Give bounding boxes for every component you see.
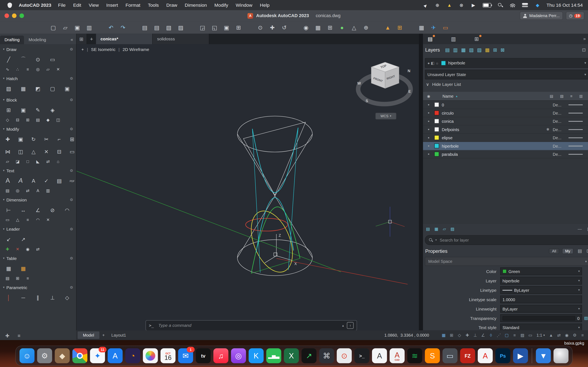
- tool-table[interactable]: ▦: [4, 264, 13, 273]
- layer-search[interactable]: ▾: [425, 235, 588, 245]
- tool-lengthen[interactable]: ▱: [4, 158, 11, 165]
- toolbar-page-setup-icon[interactable]: ▨: [176, 23, 185, 32]
- dock-textedit[interactable]: A: [372, 348, 387, 363]
- prop-value-linetype-scale[interactable]: 1.0000: [500, 295, 582, 303]
- filter-all-button[interactable]: All: [549, 248, 559, 254]
- gear-icon[interactable]: ⚙: [70, 198, 73, 202]
- status-object-snap-tracking-icon[interactable]: ⋰: [495, 331, 503, 339]
- dock-podcasts[interactable]: ◎: [231, 348, 246, 363]
- tool-spline[interactable]: ∿: [4, 66, 11, 73]
- tool-dim-ordinate[interactable]: △: [14, 217, 21, 223]
- status-lineweight-display-icon[interactable]: ≡: [511, 331, 519, 339]
- search-filter-chevron[interactable]: ▾: [435, 239, 437, 242]
- layer-state-dropdown[interactable]: Unsaved Layer State ▾: [425, 70, 588, 80]
- dock-filezilla[interactable]: FZ: [460, 348, 475, 363]
- tool-move[interactable]: ✚: [4, 134, 12, 144]
- layer-row-parabula[interactable]: ●parabulaDe...: [423, 150, 588, 158]
- tool-join[interactable]: □: [24, 158, 32, 165]
- layer-off-icon[interactable]: ▨: [477, 47, 482, 53]
- status-polar-tracking-icon[interactable]: ∠: [479, 331, 487, 339]
- model-tab[interactable]: Model: [78, 331, 99, 339]
- new-layout-button[interactable]: +: [99, 333, 108, 337]
- compass-east[interactable]: E: [408, 90, 411, 94]
- open-folder-icon[interactable]: ▱: [443, 226, 446, 231]
- dock-apple-tv[interactable]: tv: [196, 348, 211, 363]
- layer-color-swatch[interactable]: [434, 102, 439, 107]
- status-object-snap-icon[interactable]: ▢: [503, 331, 511, 339]
- tab-drafting[interactable]: Drafting: [0, 35, 24, 44]
- tool-dim-arc[interactable]: ◠: [34, 217, 42, 223]
- header-column-icon-2[interactable]: ≡: [570, 94, 572, 98]
- name-column-header[interactable]: Name: [442, 94, 453, 98]
- chevron-down-icon[interactable]: ▾: [578, 279, 580, 282]
- gear-icon[interactable]: ⚙: [70, 47, 73, 51]
- dock-photoshop[interactable]: Ps: [495, 348, 510, 363]
- tool-dim-baseline[interactable]: ▭: [4, 217, 11, 223]
- status-snap-mode-icon[interactable]: ⊞: [448, 331, 456, 339]
- toolbar-add-icon[interactable]: ⊕: [362, 23, 371, 32]
- tool-constraint-perpendicular[interactable]: ⊥: [48, 293, 57, 303]
- tool-constraint-coincident[interactable]: ◇: [62, 293, 72, 303]
- toolbar-pan-icon[interactable]: ✚: [268, 23, 277, 32]
- columns-icon[interactable]: ▥: [587, 226, 588, 231]
- tool-blend[interactable]: ⇄: [44, 158, 52, 165]
- layer-row-circulo[interactable]: ●circuloDe...: [423, 109, 588, 117]
- layer-on-icon[interactable]: ●: [423, 128, 434, 131]
- panel-anchor-icon[interactable]: ⊡: [586, 248, 588, 254]
- prop-value-transparency[interactable]: 0: [500, 314, 582, 322]
- tool-dim-aligned[interactable]: ↔: [18, 205, 28, 215]
- tool-insert-block[interactable]: ⊞: [4, 105, 13, 115]
- palette-list-icon[interactable]: ≡: [17, 333, 20, 338]
- command-history-expand[interactable]: ▴: [342, 324, 344, 327]
- quick-select-icon[interactable]: ▤: [578, 248, 582, 254]
- menu-format[interactable]: Format: [122, 0, 144, 10]
- layout1-tab[interactable]: Layout1: [108, 333, 130, 337]
- toolbar-share-icon[interactable]: ✈: [429, 23, 438, 32]
- tool-attributes[interactable]: ◈: [48, 105, 57, 115]
- toolbar-save-icon[interactable]: ▣: [73, 23, 82, 32]
- transparency-slider[interactable]: [502, 316, 576, 320]
- menu-tools[interactable]: Tools: [144, 0, 163, 10]
- tool-line[interactable]: ╱: [4, 55, 13, 64]
- layer-unisolate-icon[interactable]: ▦: [461, 47, 466, 53]
- tool-rectangle[interactable]: ▭: [48, 55, 57, 64]
- layer-on-icon[interactable]: ●: [423, 103, 434, 106]
- toolbar-attach-icon[interactable]: ⊞: [234, 23, 243, 32]
- menu-draw[interactable]: Draw: [163, 0, 181, 10]
- toolbar-layer-list-icon[interactable]: ▦: [313, 23, 322, 32]
- model-viewport[interactable]: W S E N TOP FRONT RIGHT: [76, 44, 419, 330]
- status-transparency-toggle-icon[interactable]: ▨: [519, 331, 527, 339]
- layer-color-swatch[interactable]: [434, 110, 439, 115]
- section-header-modify[interactable]: ▾Modify⚙: [0, 125, 76, 133]
- prop-value-lineweight[interactable]: ByLayer▾: [500, 305, 582, 313]
- layer-states-icon[interactable]: ▤: [426, 226, 430, 231]
- tool-dim-break[interactable]: ✕: [44, 217, 52, 223]
- chevron-down-icon[interactable]: ▾: [578, 307, 580, 310]
- status-selection-cycling-icon[interactable]: ▭: [526, 331, 534, 339]
- tool-solid-fill[interactable]: ▣: [62, 84, 72, 94]
- dock-app-library[interactable]: ⌘: [319, 348, 334, 363]
- tool-break[interactable]: ◪: [14, 158, 21, 165]
- toolbar-sheet-set-icon[interactable]: ▦: [417, 23, 426, 32]
- dock-acrobat[interactable]: A: [478, 348, 493, 363]
- tool-text-frame[interactable]: ▤: [55, 176, 63, 186]
- tool-fillet[interactable]: ⌐: [55, 134, 63, 144]
- dock-stocks[interactable]: ↗: [302, 348, 316, 363]
- tool-insert-rows[interactable]: ▤: [4, 275, 11, 282]
- status-annotation-scale-icon[interactable]: ◉: [563, 331, 571, 339]
- tool-write-block[interactable]: ◫: [54, 117, 62, 123]
- layer-on-icon[interactable]: ●: [423, 152, 434, 156]
- space-dropdown[interactable]: Model Space ▾: [425, 257, 588, 266]
- annotation-scale-control[interactable]: 1:1▾: [536, 333, 545, 337]
- tool-dim-radius[interactable]: ◠: [62, 205, 72, 215]
- control-center-icon[interactable]: [522, 3, 528, 7]
- battery-icon[interactable]: [483, 3, 492, 7]
- gear-icon[interactable]: ⚙: [70, 98, 73, 102]
- tool-erase[interactable]: ✕: [43, 147, 51, 157]
- layer-color-swatch[interactable]: [434, 127, 439, 132]
- tab-conicas[interactable]: conicas*: [96, 34, 153, 44]
- menubar-clock[interactable]: Thu 16 Oct 14:54: [546, 2, 583, 8]
- tool-stretch[interactable]: ⊟: [55, 147, 63, 157]
- layer-color-swatch[interactable]: [434, 143, 439, 148]
- toolbar-render-icon[interactable]: ▲: [383, 23, 392, 32]
